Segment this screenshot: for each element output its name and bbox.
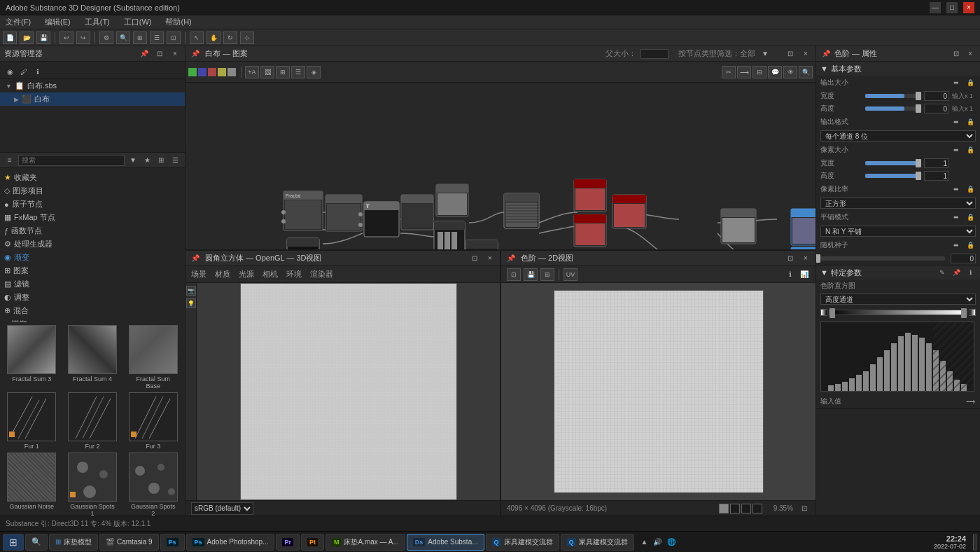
props-float-button[interactable]: ⊡ (951, 48, 962, 60)
tree-item-root[interactable]: ▼ 📋 白布.sbs (0, 79, 185, 92)
cat-spots[interactable]: ◉渐变 (0, 251, 185, 264)
thumb-fractal-sum-base[interactable]: Fractal Sum Base (124, 325, 182, 389)
rotate-button[interactable]: ↻ (223, 32, 237, 44)
thumb-fur-1[interactable]: Fur 1 (3, 392, 61, 450)
scale-button[interactable]: ⊹ (240, 32, 254, 44)
thumb-gaussian-spots-1[interactable]: Gaussian Spots 1 (64, 453, 122, 516)
ng-zoom-button[interactable]: 🔍 (799, 66, 813, 78)
menu-file[interactable]: 文件(F) (3, 15, 34, 29)
maximize-button[interactable]: □ (946, 2, 958, 13)
cat-fxmap[interactable]: ▦FxMap 节点 (0, 211, 185, 224)
cat-shapes[interactable]: ◇图形项目 (0, 184, 185, 198)
ng-tool1[interactable]: ⊞ (276, 66, 290, 78)
list-view-button[interactable]: ☰ (150, 32, 164, 44)
v2d-float-button[interactable]: ⊡ (785, 253, 796, 264)
cat-params[interactable]: ƒ函数节点 (0, 224, 185, 237)
cat-adjust[interactable]: ◐调整 (0, 291, 185, 304)
v2d-close-button[interactable]: × (800, 253, 811, 264)
height-slider[interactable] (865, 106, 921, 111)
vp-tab-renderer[interactable]: 渲染器 (310, 269, 333, 280)
taskbar-ps-1[interactable]: Ps (160, 534, 185, 551)
search-taskbar-button[interactable]: 🔍 (25, 534, 48, 551)
taskbar-photoshop[interactable]: Ps Adobe Photoshop... (186, 534, 275, 551)
asset-float-button[interactable]: ⊡ (154, 48, 165, 60)
v2d-pin-button[interactable]: 📌 (505, 253, 517, 264)
vp3d-pin-button[interactable]: 📌 (190, 253, 201, 264)
new-button[interactable]: 📄 (3, 32, 17, 44)
v2d-info-button[interactable]: ℹ (785, 269, 796, 280)
hist-left-handle[interactable] (830, 308, 835, 318)
thumb-fur-3[interactable]: Fur 3 (124, 392, 182, 450)
taskbar-substance[interactable]: Ds Adobe Substa... (407, 534, 484, 551)
grid-view-button[interactable]: ⊞ (133, 32, 147, 44)
show-desktop-button[interactable] (973, 534, 977, 551)
ng-close-button[interactable]: × (800, 48, 811, 60)
cat-atomic[interactable]: ●原子节点 (0, 198, 185, 211)
view-2d-content[interactable] (501, 283, 816, 500)
random-seed-lock[interactable]: 🔒 (965, 240, 976, 251)
ng-tool2[interactable]: ☰ (291, 66, 305, 78)
vp-colorspace-select[interactable]: sRGB (default) (191, 502, 253, 515)
ng-parent-size-input[interactable] (640, 49, 668, 59)
taskbar-clock[interactable]: 22:24 2022-07-02 (928, 534, 972, 550)
output-format-icon[interactable]: ⬌ (951, 116, 962, 127)
v2d-grid-button[interactable]: ⊞ (540, 268, 554, 281)
taskbar-qq-group-1[interactable]: Q 床具建模交流群 (486, 534, 559, 551)
vp3d-float-button[interactable]: ⊡ (469, 253, 480, 264)
cat-atlas[interactable]: ⊞图案 (0, 264, 185, 277)
close-button[interactable]: × (963, 2, 974, 13)
v2d-zoom-fit[interactable]: ⊡ (799, 503, 810, 514)
taskbar-camtasia[interactable]: 🎬 Camtasia 9 (99, 534, 159, 551)
output-format-lock[interactable]: 🔒 (965, 116, 976, 127)
library-filter-button[interactable]: ▼ (127, 155, 139, 166)
seed-input[interactable] (951, 254, 976, 263)
vp-tab-camera[interactable]: 相机 (262, 269, 278, 280)
asset-pin-button[interactable]: 📌 (139, 48, 150, 60)
pixel-ratio-select[interactable]: 正方形 (820, 198, 976, 209)
height-input[interactable] (924, 104, 949, 113)
special-pin-button[interactable]: 📌 (951, 267, 962, 278)
vp3d-close-button[interactable]: × (484, 253, 496, 264)
hist-right-handle[interactable] (961, 308, 967, 318)
tree-item-canvas[interactable]: ▶ ⬛ 白布 (0, 92, 185, 106)
vp-camera-icon[interactable]: 📷 (186, 286, 196, 296)
pixel-ratio-icon[interactable]: ⬌ (951, 184, 962, 195)
taskbar-3dsmax[interactable]: M 床垫A.max — A... (326, 534, 405, 551)
ng-comment-button[interactable]: 💬 (768, 66, 782, 78)
ng-preview-button[interactable]: 👁 (783, 66, 797, 78)
v2d-copy-button[interactable]: ⊡ (507, 268, 521, 281)
vp-tab-env[interactable]: 环境 (286, 269, 302, 280)
menu-tools[interactable]: 工具(T) (82, 15, 113, 29)
input-value-link[interactable]: ⟶ (965, 396, 976, 407)
node-canvas[interactable]: Fractal T (186, 83, 816, 251)
select-button[interactable]: ↖ (190, 32, 204, 44)
pixel-h-slider[interactable] (865, 174, 921, 178)
taskbar-painter[interactable]: Pt (301, 534, 324, 551)
pixel-ratio-lock[interactable]: 🔒 (965, 184, 976, 195)
cat-blur[interactable]: ≈模糊 (0, 317, 185, 322)
v2d-save-button[interactable]: 💾 (524, 268, 538, 281)
pixel-w-input[interactable] (924, 158, 949, 168)
thumb-gaussian-noise[interactable]: Gaussian Noise (3, 453, 61, 516)
tiling-mode-lock[interactable]: 🔒 (965, 212, 976, 223)
thumb-fractal-sum-3[interactable]: Fractal Sum 3 (3, 325, 61, 389)
ng-tool3[interactable]: ◈ (307, 66, 321, 78)
tiling-mode-icon[interactable]: ⬌ (951, 212, 962, 223)
tree-tool-2[interactable]: 🖊 (18, 66, 29, 77)
vp-tab-scene[interactable]: 场景 (191, 269, 206, 280)
output-size-icon[interactable]: ⬌ (951, 77, 962, 88)
cat-processors[interactable]: ⚙处理生成器 (0, 237, 185, 251)
open-button[interactable]: 📂 (20, 32, 34, 44)
move-button[interactable]: ✋ (206, 32, 220, 44)
library-favorites-button[interactable]: ★ (141, 155, 153, 166)
thumb-gaussian-spots-2[interactable]: Gaussian Spots 2 (124, 453, 182, 516)
vp-tab-light[interactable]: 光源 (239, 269, 254, 280)
props-pin-button[interactable]: 📌 (820, 48, 832, 60)
cat-blend[interactable]: ⊕混合 (0, 304, 185, 317)
pixel-size-lock[interactable]: 🔒 (965, 144, 976, 156)
basic-params-header[interactable]: ▼ 基本参数 (816, 62, 980, 76)
library-list-button[interactable]: ☰ (169, 155, 181, 166)
v2d-chart-button[interactable]: 📊 (799, 269, 810, 280)
tree-tool-1[interactable]: ◉ (4, 66, 15, 77)
save-button[interactable]: 💾 (36, 32, 50, 44)
